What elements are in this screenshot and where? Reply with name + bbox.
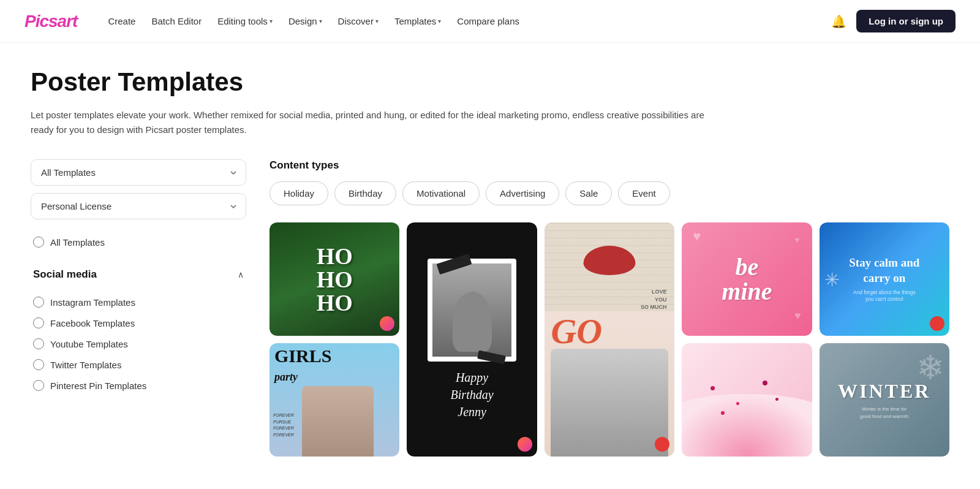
login-button[interactable]: Log in or sign up: [856, 10, 956, 32]
chevron-down-icon: ▾: [319, 18, 322, 25]
content-types-label: Content types: [270, 159, 949, 172]
chevron-down-icon: ▾: [270, 18, 273, 25]
content-layout: All Templates Personal License All Templ…: [31, 159, 949, 457]
header: Picsart Create Batch Editor Editing tool…: [0, 0, 980, 43]
picsart-badge-birthday: [518, 437, 532, 452]
template-grid: HOHOHO HappyBirthdayJenny: [270, 222, 949, 457]
page-description: Let poster templates elevate your work. …: [31, 108, 704, 137]
instagram-templates-label: Instagram Templates: [50, 297, 135, 308]
nav-create[interactable]: Create: [102, 11, 141, 31]
template-hohoho[interactable]: HOHOHO: [270, 222, 399, 336]
header-actions: 🔔 Log in or sign up: [831, 10, 956, 32]
main-panel: Content types Holiday Birthday Motivatio…: [270, 159, 949, 457]
sidebar-item-youtube[interactable]: Youtube Templates: [31, 333, 246, 354]
radio-group: All Templates: [31, 232, 246, 252]
pill-filters: Holiday Birthday Motivational Advertisin…: [270, 181, 949, 205]
template-staycalm[interactable]: ✳ Stay calm andcarry on And forget about…: [820, 222, 949, 336]
filter-advertising[interactable]: Advertising: [486, 181, 559, 205]
template-pink-wave[interactable]: [682, 343, 812, 457]
sidebar: All Templates Personal License All Templ…: [31, 159, 251, 457]
nav-discover[interactable]: Discover ▾: [332, 11, 385, 31]
all-templates-dropdown[interactable]: All Templates: [31, 159, 246, 186]
template-girls-party[interactable]: GIRLSparty FOREVERPURSUEFOREVERFOREVER: [270, 343, 399, 457]
notification-bell-icon[interactable]: 🔔: [831, 14, 846, 29]
sidebar-item-facebook[interactable]: Facebook Templates: [31, 313, 246, 333]
nav-templates[interactable]: Templates ▾: [388, 11, 447, 31]
birthday-card-text: HappyBirthdayJenny: [451, 369, 494, 420]
girls-party-text: GIRLSparty: [274, 347, 331, 384]
picsart-badge-goforgit: [655, 437, 669, 452]
nav-batch-editor[interactable]: Batch Editor: [145, 11, 208, 31]
nav-design[interactable]: Design ▾: [282, 11, 328, 31]
chevron-up-icon: ∧: [238, 270, 244, 279]
filter-birthday[interactable]: Birthday: [334, 181, 396, 205]
filter-motivational[interactable]: Motivational: [402, 181, 480, 205]
nav-editing-tools[interactable]: Editing tools ▾: [211, 11, 279, 31]
nav-compare-plans[interactable]: Compare plans: [451, 11, 526, 31]
sidebar-item-twitter[interactable]: Twitter Templates: [31, 354, 246, 375]
filter-sale[interactable]: Sale: [565, 181, 612, 205]
picsart-badge: [380, 316, 394, 331]
hohoho-text: HOHOHO: [317, 245, 353, 314]
main-content: Poster Templates Let poster templates el…: [0, 43, 980, 481]
template-bemine[interactable]: ♥ ♥ ♥ bemine: [682, 222, 812, 336]
chevron-down-icon: ▾: [375, 18, 379, 25]
social-media-section-title: Social media: [33, 268, 97, 281]
staycalm-text: Stay calm andcarry on: [842, 256, 927, 286]
logo[interactable]: Picsart: [24, 12, 77, 31]
main-nav: Create Batch Editor Editing tools ▾ Desi…: [102, 11, 831, 31]
sidebar-item-pinterest[interactable]: Pinterest Pin Templates: [31, 375, 246, 396]
chevron-down-icon: ▾: [438, 18, 441, 25]
social-media-section-header[interactable]: Social media ∧: [31, 262, 246, 287]
all-templates-radio[interactable]: All Templates: [31, 232, 246, 252]
sidebar-item-instagram[interactable]: Instagram Templates: [31, 292, 246, 313]
all-templates-radio-label: All Templates: [50, 237, 105, 248]
love-overlay: LOVEYOUSO MUCH: [641, 288, 667, 311]
twitter-templates-label: Twitter Templates: [50, 360, 121, 370]
bemine-text: bemine: [722, 255, 772, 304]
social-media-radio-group: Instagram Templates Facebook Templates Y…: [31, 292, 246, 396]
license-dropdown[interactable]: Personal License: [31, 193, 246, 219]
facebook-templates-label: Facebook Templates: [50, 318, 135, 328]
picsart-badge-staycalm: [930, 316, 944, 331]
filter-holiday[interactable]: Holiday: [270, 181, 328, 205]
template-goforgit[interactable]: LOVEYOUSO MUCH GOFORGIT: [545, 222, 674, 457]
sidebar-scroll: All Templates Personal License All Templ…: [31, 159, 251, 406]
pinterest-templates-label: Pinterest Pin Templates: [50, 381, 146, 391]
template-winter[interactable]: ❄ WINTER Winter is the time forgood food…: [820, 343, 949, 457]
filter-event[interactable]: Event: [618, 181, 669, 205]
template-birthday[interactable]: HappyBirthdayJenny: [407, 222, 537, 457]
page-title: Poster Templates: [31, 67, 949, 97]
youtube-templates-label: Youtube Templates: [50, 339, 128, 349]
